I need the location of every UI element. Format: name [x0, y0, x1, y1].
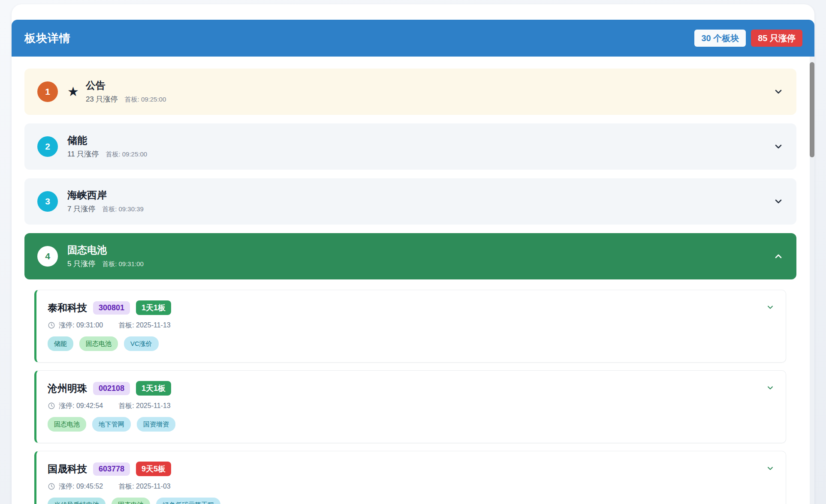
- sector-first-board-time: 首板: 09:25:00: [125, 96, 166, 104]
- sector-detail-panel: 板块详情 30 个板块 85 只涨停 1 ★ 公告 23 只涨停 首板: 09:…: [12, 4, 814, 504]
- stock-tags: 固态电池 地下管网 国资增资: [48, 417, 766, 432]
- clock-icon: [48, 402, 55, 410]
- concept-tag[interactable]: 国资增资: [137, 417, 175, 432]
- rank-badge: 3: [37, 191, 58, 212]
- streak-badge: 1天1板: [136, 300, 171, 315]
- stock-main: 沧州明珠 002108 1天1板 涨停: 09:42:54 首板: 2025-1…: [48, 380, 766, 432]
- sector-limit-count: 23 只涨停: [86, 94, 118, 104]
- sector-first-board-time: 首板: 09:30:39: [102, 205, 144, 213]
- stock-time-row: 涨停: 09:42:54 首板: 2025-11-13: [48, 401, 766, 411]
- limit-up-time: 涨停: 09:42:54: [59, 402, 103, 411]
- header-badges: 30 个板块 85 只涨停: [694, 30, 802, 47]
- stock-tags: 光伏异质结电池 固态电池 绿色低碳示范工程: [48, 498, 766, 504]
- sector-subtitle: 7 只涨停 首板: 09:30:39: [67, 204, 773, 214]
- clock-icon: [48, 321, 55, 329]
- chevron-down-icon[interactable]: [773, 196, 784, 207]
- first-board-date: 首板: 2025-11-03: [118, 482, 171, 491]
- stock-name: 沧州明珠: [48, 382, 87, 395]
- sector-first-board-time: 首板: 09:31:00: [102, 260, 144, 268]
- sector-info: 海峡西岸 7 只涨停 首板: 09:30:39: [67, 189, 773, 214]
- sector-name: 固态电池: [67, 244, 773, 256]
- concept-tag[interactable]: 绿色低碳示范工程: [156, 498, 220, 504]
- concept-tag[interactable]: 固态电池: [48, 417, 86, 432]
- sector-name: 公告: [86, 79, 773, 92]
- rank-badge: 1: [37, 81, 58, 102]
- sector-info: 储能 11 只涨停 首板: 09:25:00: [67, 134, 773, 159]
- sector-row-chuneng[interactable]: 2 储能 11 只涨停 首板: 09:25:00: [24, 123, 796, 170]
- stock-code-badge: 300801: [93, 301, 130, 315]
- first-board-date: 首板: 2025-11-13: [118, 402, 171, 411]
- stock-card-cangzhou-mingzhu[interactable]: 沧州明珠 002108 1天1板 涨停: 09:42:54 首板: 2025-1…: [34, 370, 786, 443]
- sector-subtitle: 11 只涨停 首板: 09:25:00: [67, 149, 773, 159]
- streak-badge: 9天5板: [136, 462, 171, 476]
- scrollbar-track[interactable]: [810, 57, 814, 504]
- sector-name: 海峡西岸: [67, 189, 773, 201]
- stock-time-row: 涨停: 09:45:52 首板: 2025-11-03: [48, 481, 766, 492]
- sector-limit-count: 11 只涨停: [67, 149, 99, 159]
- sector-info: 固态电池 5 只涨停 首板: 09:31:00: [67, 244, 773, 269]
- panel-header: 板块详情 30 个板块 85 只涨停: [12, 20, 814, 57]
- rank-badge: 4: [37, 246, 58, 267]
- chevron-down-icon[interactable]: [773, 87, 784, 97]
- first-board-date: 首板: 2025-11-13: [118, 321, 171, 330]
- chevron-down-icon[interactable]: [773, 141, 784, 152]
- sector-first-board-time: 首板: 09:25:00: [106, 150, 147, 159]
- stock-code-badge: 002108: [93, 382, 130, 395]
- limit-up-time: 涨停: 09:45:52: [59, 482, 103, 491]
- sector-row-gonggao[interactable]: 1 ★ 公告 23 只涨停 首板: 09:25:00: [24, 69, 796, 115]
- chevron-down-icon[interactable]: [766, 384, 775, 392]
- concept-tag[interactable]: VC涨价: [124, 336, 159, 351]
- stock-title-row: 泰和科技 300801 1天1板: [48, 300, 766, 316]
- sector-info: 公告 23 只涨停 首板: 09:25:00: [86, 79, 773, 104]
- sector-list: 1 ★ 公告 23 只涨停 首板: 09:25:00 2 储能 11 只涨停 首…: [12, 57, 814, 504]
- sector-name: 储能: [67, 134, 773, 147]
- concept-tag[interactable]: 固态电池: [112, 498, 150, 504]
- chevron-down-icon[interactable]: [766, 303, 775, 312]
- stock-code-badge: 603778: [93, 462, 130, 476]
- stock-main: 国晟科技 603778 9天5板 涨停: 09:45:52 首板: 2025-1…: [48, 461, 766, 504]
- sector-count-badge: 30 个板块: [694, 30, 746, 47]
- streak-badge: 1天1板: [136, 381, 171, 396]
- chevron-up-icon[interactable]: [773, 251, 784, 261]
- stock-name: 国晟科技: [48, 462, 87, 476]
- stock-time-row: 涨停: 09:31:00 首板: 2025-11-13: [48, 320, 766, 330]
- rank-badge: 2: [37, 136, 58, 157]
- sector-limit-count: 5 只涨停: [67, 259, 95, 269]
- concept-tag[interactable]: 储能: [48, 336, 73, 351]
- page-title: 板块详情: [24, 31, 71, 46]
- chevron-down-icon[interactable]: [766, 464, 775, 473]
- stock-card-taihe-keji[interactable]: 泰和科技 300801 1天1板 涨停: 09:31:00 首板: 2025-1…: [34, 290, 786, 363]
- scrollbar-thumb[interactable]: [810, 62, 814, 157]
- concept-tag[interactable]: 光伏异质结电池: [48, 498, 106, 504]
- clock-icon: [48, 483, 55, 490]
- concept-tag[interactable]: 固态电池: [79, 336, 118, 351]
- star-icon: ★: [67, 85, 79, 98]
- concept-tag[interactable]: 地下管网: [92, 417, 131, 432]
- sector-subtitle: 23 只涨停 首板: 09:25:00: [86, 94, 773, 104]
- sector-row-gutai-dianchi[interactable]: 4 固态电池 5 只涨停 首板: 09:31:00: [24, 233, 796, 279]
- stock-name: 泰和科技: [48, 301, 87, 315]
- stock-card-guosheng-keji[interactable]: 国晟科技 603778 9天5板 涨停: 09:45:52 首板: 2025-1…: [34, 451, 786, 504]
- stock-title-row: 国晟科技 603778 9天5板: [48, 461, 766, 477]
- stock-list: 泰和科技 300801 1天1板 涨停: 09:31:00 首板: 2025-1…: [34, 290, 786, 504]
- stock-main: 泰和科技 300801 1天1板 涨停: 09:31:00 首板: 2025-1…: [48, 300, 766, 351]
- stock-title-row: 沧州明珠 002108 1天1板: [48, 380, 766, 396]
- sector-subtitle: 5 只涨停 首板: 09:31:00: [67, 259, 773, 269]
- sector-row-haixia-xian[interactable]: 3 海峡西岸 7 只涨停 首板: 09:30:39: [24, 178, 796, 225]
- stock-tags: 储能 固态电池 VC涨价: [48, 336, 766, 351]
- limit-up-count-badge: 85 只涨停: [751, 30, 802, 47]
- sector-limit-count: 7 只涨停: [67, 204, 95, 214]
- limit-up-time: 涨停: 09:31:00: [59, 321, 103, 330]
